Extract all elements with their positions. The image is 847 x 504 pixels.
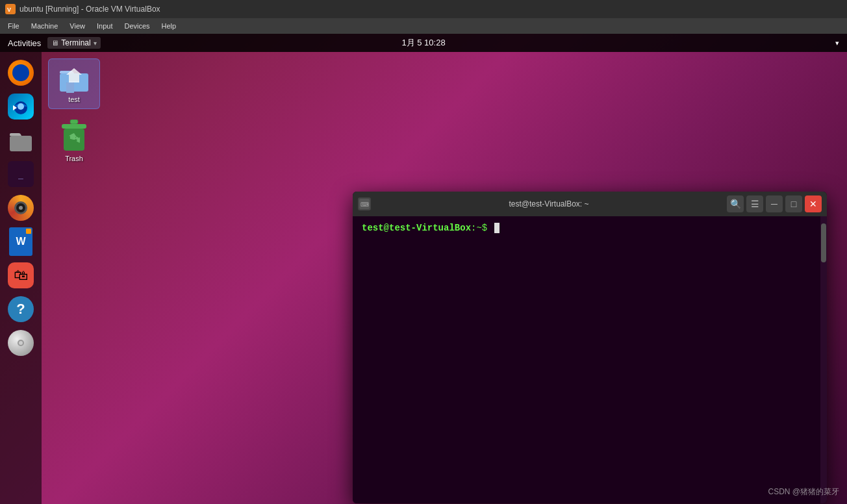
vbox-menu-machine[interactable]: Machine xyxy=(26,21,64,31)
desktop-icon-test-label: test xyxy=(68,95,80,103)
desktop-icon-trash[interactable]: Trash xyxy=(48,114,100,168)
dock-item-help[interactable]: ? xyxy=(6,295,35,323)
terminal-window-icon: ⌨ xyxy=(358,197,371,210)
terminal-scrollbar-thumb[interactable] xyxy=(821,223,826,262)
vbox-menu-help[interactable]: Help xyxy=(157,21,182,31)
svg-text:⌨: ⌨ xyxy=(360,201,369,208)
activities-button[interactable]: Activities xyxy=(8,38,41,48)
dock-item-thunderbird[interactable] xyxy=(6,92,35,121)
home-folder-icon xyxy=(60,64,88,93)
vbox-menubar: File Machine View Input Devices Help xyxy=(0,18,847,34)
svg-rect-6 xyxy=(66,82,74,93)
terminal-dock-icon: _ xyxy=(8,161,34,187)
dock-item-rhythmbox[interactable] xyxy=(6,194,35,222)
csdn-watermark: CSDN @猪猪的菜牙 xyxy=(768,486,839,498)
dock-item-dvd[interactable] xyxy=(6,329,35,357)
terminal-body[interactable]: test@test-VirtualBox :~$ xyxy=(353,216,827,503)
firefox-icon xyxy=(8,60,34,86)
terminal-prompt-user: test@test-VirtualBox xyxy=(362,223,471,233)
vbox-menu-view[interactable]: View xyxy=(64,21,90,31)
system-clock: 1月 5 10:28 xyxy=(401,37,445,49)
tray-icons: ▾ xyxy=(835,39,839,47)
terminal-window-controls: 🔍 ☰ ─ □ ✕ xyxy=(727,195,822,212)
terminal-titlebar: ⌨ test@test-VirtualBox: ~ 🔍 ☰ ─ □ ✕ xyxy=(353,192,827,216)
ubuntu-topbar: Activities 🖥 Terminal ▾ 1月 5 10:28 ▾ xyxy=(0,34,847,52)
desktop-icon-trash-label: Trash xyxy=(65,155,83,162)
rhythmbox-icon xyxy=(8,195,34,221)
terminal-window: ⌨ test@test-VirtualBox: ~ 🔍 ☰ ─ □ ✕ test… xyxy=(353,192,827,503)
dock-item-librewriter[interactable]: W xyxy=(6,227,35,256)
ubuntu-dock: _ W 🛍 ? xyxy=(0,52,42,504)
terminal-prompt-line: test@test-VirtualBox :~$ xyxy=(362,223,818,233)
terminal-taskbar-button[interactable]: 🖥 Terminal ▾ xyxy=(47,37,100,49)
terminal-window-title: test@test-VirtualBox: ~ xyxy=(375,199,723,208)
appcenter-icon: 🛍 xyxy=(8,262,34,288)
vbox-icon: V xyxy=(5,4,16,14)
thunderbird-icon xyxy=(8,94,34,120)
ubuntu-desktop: Activities 🖥 Terminal ▾ 1月 5 10:28 ▾ xyxy=(0,34,847,504)
desktop-icons-area: test Trash xyxy=(42,52,107,179)
terminal-search-button[interactable]: 🔍 xyxy=(727,195,744,212)
files-icon xyxy=(8,127,34,153)
terminal-taskbar-label: Terminal xyxy=(61,38,90,47)
vbox-titlebar: V ubuntu [Running] - Oracle VM VirtualBo… xyxy=(0,0,847,18)
svg-text:V: V xyxy=(7,6,11,13)
dock-item-appcenter[interactable]: 🛍 xyxy=(6,261,35,290)
system-tray: ▾ xyxy=(835,39,839,47)
dock-item-firefox[interactable] xyxy=(6,58,35,87)
vbox-menu-devices[interactable]: Devices xyxy=(119,21,155,31)
trash-icon xyxy=(60,120,88,152)
svg-rect-7 xyxy=(70,120,78,124)
svg-rect-4 xyxy=(10,136,32,151)
dock-item-terminal[interactable]: _ xyxy=(6,160,35,188)
terminal-cursor xyxy=(494,223,499,233)
terminal-scrollbar[interactable] xyxy=(820,216,827,503)
vbox-menu-file[interactable]: File xyxy=(3,21,25,31)
dvd-icon xyxy=(8,330,34,356)
vbox-menu-input[interactable]: Input xyxy=(92,21,118,31)
terminal-maximize-button[interactable]: □ xyxy=(785,195,802,212)
dock-item-files[interactable] xyxy=(6,126,35,155)
desktop-icon-test[interactable]: test xyxy=(48,58,100,109)
help-icon: ? xyxy=(8,296,34,322)
terminal-minimize-button[interactable]: ─ xyxy=(766,195,783,212)
svg-rect-8 xyxy=(62,124,86,129)
terminal-menu-button[interactable]: ☰ xyxy=(746,195,763,212)
vbox-window-title: ubuntu [Running] - Oracle VM VirtualBox xyxy=(19,5,842,14)
terminal-prompt-dir: :~$ xyxy=(471,223,487,233)
librewriter-icon: W xyxy=(9,227,32,256)
terminal-close-button[interactable]: ✕ xyxy=(805,195,822,212)
svg-point-3 xyxy=(18,103,24,110)
